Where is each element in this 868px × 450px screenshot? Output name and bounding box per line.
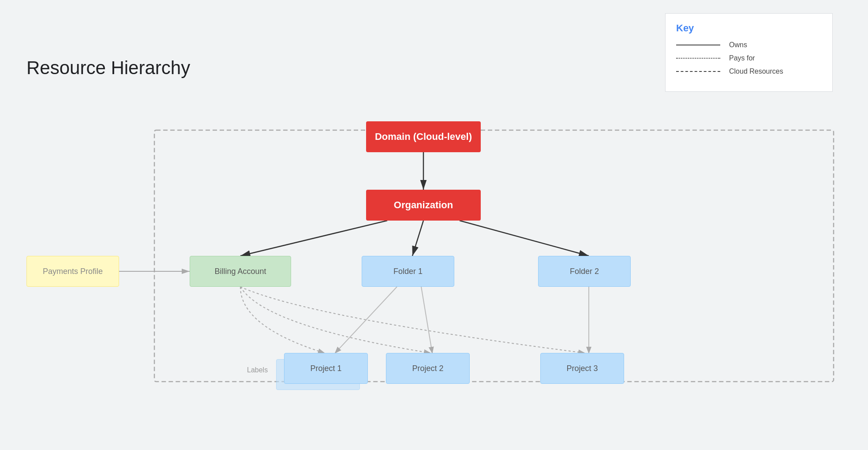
project2-node: Project 2 [386,353,470,384]
project1-node: Project 1 [284,353,368,384]
folder2-node: Folder 2 [538,256,631,287]
billing-account-node: Billing Account [190,256,291,287]
svg-line-7 [421,287,432,353]
domain-node: Domain (Cloud-level) [366,121,481,152]
payments-profile-node: Payments Profile [26,256,119,287]
folder1-node: Folder 1 [362,256,454,287]
organization-node: Organization [366,190,481,221]
key-heading: Key [676,22,822,34]
svg-line-4 [460,221,589,256]
diagram: Domain (Cloud-level) Organization Billin… [0,44,868,450]
svg-line-3 [412,221,423,256]
connector-svg [0,44,868,450]
labels-text: Labels [247,366,268,374]
project3-node: Project 3 [540,353,624,384]
svg-line-6 [335,287,397,353]
svg-line-2 [240,221,387,256]
